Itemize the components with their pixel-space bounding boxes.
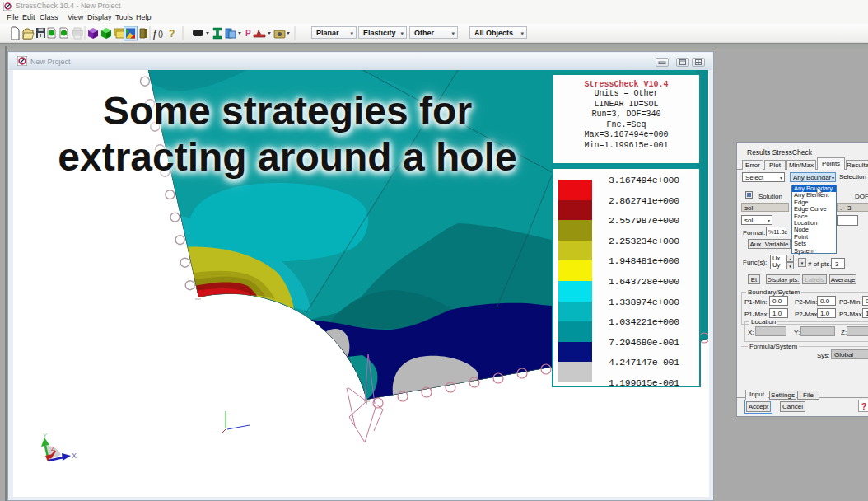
svg-text:(): () [158, 30, 163, 38]
svg-text:Z: Z [51, 446, 55, 452]
svg-text:X: X [72, 452, 77, 460]
svg-text:?: ? [169, 28, 175, 40]
svg-text:Y: Y [43, 432, 48, 439]
svg-text:P: P [245, 29, 251, 38]
